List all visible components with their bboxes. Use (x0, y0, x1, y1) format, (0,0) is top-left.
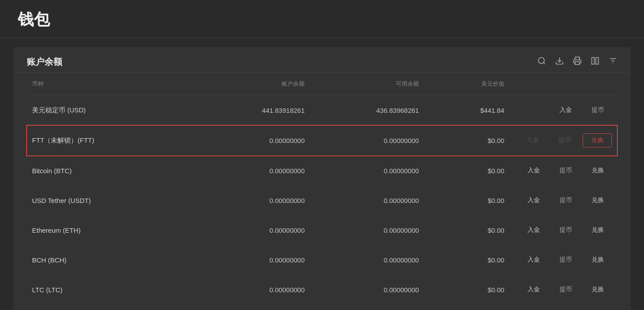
actions-cell: 入金提币兑换 (510, 156, 617, 186)
actions-cell: 入金提币兑换 (510, 245, 617, 275)
columns-icon[interactable] (591, 56, 600, 68)
deposit-button: 入金 (519, 134, 547, 147)
usd-value-cell: $0.00 (424, 245, 510, 275)
actions-cell: 入金提币兑换 (510, 125, 617, 156)
col-balance: 账户余额 (196, 73, 310, 95)
col-actions (510, 73, 617, 95)
table-header: 币种 账户余额 可用余额 美元价值 (27, 73, 617, 95)
withdraw-button: 提币 (551, 134, 579, 147)
convert-button[interactable]: 兑换 (584, 283, 612, 296)
svg-rect-5 (596, 58, 599, 64)
withdraw-button[interactable]: 提币 (551, 223, 580, 237)
page-title: 钱包 (18, 9, 626, 31)
col-usd: 美元价值 (424, 73, 510, 95)
card-header: 账户余额 (13, 47, 631, 73)
table-row: FTT（未解锁）(FTT)0.000000000.00000000$0.00入金… (27, 125, 617, 156)
actions-cell: 入金提币兑换 (510, 186, 617, 215)
withdraw-button[interactable]: 提币 (584, 103, 612, 117)
deposit-button[interactable]: 入金 (519, 223, 548, 237)
actions-cell: 入金提币 (510, 95, 617, 125)
usd-value-cell: $0.00 (424, 215, 510, 245)
balance-cell: 0.00000000 (196, 215, 310, 245)
available-cell: 0.00000000 (310, 156, 424, 186)
available-cell: 0.00000000 (310, 215, 424, 245)
search-icon[interactable] (537, 56, 546, 68)
currency-cell: Ethereum (ETH) (27, 215, 196, 245)
convert-button[interactable]: 兑换 (584, 194, 612, 207)
table-row: USD Tether (USDT)0.000000000.00000000$0.… (27, 186, 617, 215)
currency-cell: LTC (LTC) (27, 275, 196, 305)
balance-cell: 0.00000000 (196, 186, 310, 215)
table-row: Bitcoin (BTC)0.000000000.00000000$0.00入金… (27, 156, 617, 186)
available-cell: 0.00000000 (310, 186, 424, 215)
header-actions (537, 56, 617, 68)
currency-cell: Bitcoin (BTC) (27, 156, 196, 186)
withdraw-button[interactable]: 提币 (551, 164, 580, 177)
balance-cell: 0.00000000 (196, 156, 310, 186)
withdraw-button[interactable]: 提币 (551, 283, 580, 296)
svg-rect-3 (575, 62, 580, 65)
col-available: 可用余额 (310, 73, 424, 95)
deposit-button[interactable]: 入金 (519, 164, 548, 177)
convert-button[interactable]: 兑换 (584, 164, 612, 177)
table-body: 美元稳定币 (USD)441.83918261436.83968261$441.… (27, 95, 617, 305)
usd-value-cell: $441.84 (424, 95, 510, 125)
withdraw-button[interactable]: 提币 (551, 194, 580, 207)
available-cell: 0.00000000 (310, 125, 424, 156)
actions-cell: 入金提币兑换 (510, 275, 617, 305)
currency-cell: 美元稳定币 (USD) (27, 95, 196, 125)
deposit-button[interactable]: 入金 (551, 103, 580, 117)
withdraw-button[interactable]: 提币 (551, 253, 580, 266)
card-title: 账户余额 (27, 56, 62, 68)
table-row: 美元稳定币 (USD)441.83918261436.83968261$441.… (27, 95, 617, 125)
available-cell: 0.00000000 (310, 275, 424, 305)
svg-point-0 (539, 58, 544, 64)
filter-icon[interactable] (608, 56, 617, 68)
convert-button[interactable]: 兑换 (584, 253, 612, 266)
available-cell: 0.00000000 (310, 245, 424, 275)
page-header: 钱包 (0, 0, 644, 38)
balance-cell: 441.83918261 (196, 95, 310, 125)
convert-button[interactable]: 兑换 (584, 223, 612, 237)
print-icon[interactable] (573, 56, 582, 68)
usd-value-cell: $0.00 (424, 275, 510, 305)
wallet-card: 账户余额 (13, 47, 631, 310)
balance-cell: 0.00000000 (196, 275, 310, 305)
usd-value-cell: $0.00 (424, 156, 510, 186)
currency-cell: FTT（未解锁）(FTT) (27, 125, 196, 156)
download-icon[interactable] (555, 56, 564, 68)
deposit-button[interactable]: 入金 (519, 283, 548, 296)
actions-cell: 入金提币兑换 (510, 215, 617, 245)
balance-table: 币种 账户余额 可用余额 美元价值 美元稳定币 (USD)441.8391826… (27, 73, 617, 304)
currency-cell: BCH (BCH) (27, 245, 196, 275)
svg-rect-4 (592, 58, 595, 64)
deposit-button[interactable]: 入金 (519, 253, 548, 266)
balance-cell: 0.00000000 (196, 245, 310, 275)
deposit-button[interactable]: 入金 (519, 194, 548, 207)
table-row: Ethereum (ETH)0.000000000.00000000$0.00入… (27, 215, 617, 245)
balance-table-container: 币种 账户余额 可用余额 美元价值 美元稳定币 (USD)441.8391826… (13, 73, 631, 310)
available-cell: 436.83968261 (310, 95, 424, 125)
table-row: LTC (LTC)0.000000000.00000000$0.00入金提币兑换 (27, 275, 617, 305)
convert-button[interactable]: 兑换 (583, 133, 612, 147)
col-currency: 币种 (27, 73, 196, 95)
usd-value-cell: $0.00 (424, 186, 510, 215)
balance-cell: 0.00000000 (196, 125, 310, 156)
currency-cell: USD Tether (USDT) (27, 186, 196, 215)
svg-line-1 (543, 63, 545, 64)
usd-value-cell: $0.00 (424, 125, 510, 156)
table-row: BCH (BCH)0.000000000.00000000$0.00入金提币兑换 (27, 245, 617, 275)
